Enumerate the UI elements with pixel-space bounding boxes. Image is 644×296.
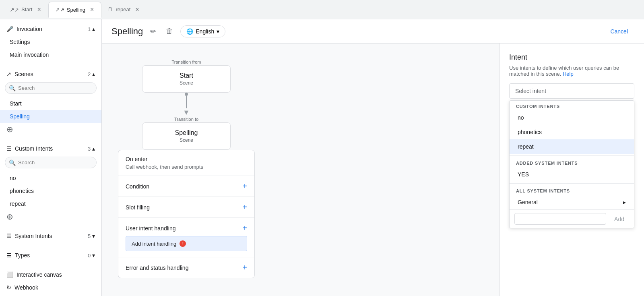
language-button[interactable]: 🌐 English ▾ [180, 25, 225, 37]
slot-filling-section[interactable]: Slot filling + [118, 197, 254, 218]
sidebar-item-settings[interactable]: Settings [0, 35, 101, 48]
edit-button[interactable]: ✏ [148, 25, 159, 38]
main-invocation-label: Main invocation [10, 52, 49, 58]
cancel-button[interactable]: Cancel [604, 25, 634, 38]
start-node-wrapper: Transition from Start Scene [142, 60, 231, 93]
spelling-node-title: Spelling [152, 129, 221, 137]
tab-spelling-close[interactable]: × [89, 6, 95, 14]
dropdown-item-repeat[interactable]: repeat [510, 139, 634, 154]
custom-intents-icon: ☰ [6, 145, 12, 152]
flow-container: Transition from Start Scene ▼ [118, 60, 255, 278]
dropdown-add-button[interactable]: Add [609, 213, 629, 225]
sidebar-custom-intents-header[interactable]: ☰ Custom Intents 3 ▴ [0, 142, 101, 155]
scenes-search: 🔍 [5, 82, 97, 94]
dropdown-footer: Add [510, 209, 634, 228]
invocation-label: Invocation [17, 26, 42, 32]
system-intents-group-label: ADDED SYSTEM INTENTS [510, 157, 634, 167]
sidebar-section-system-intents: ☰ System Intents 5 ▾ [0, 226, 101, 246]
page-title: Spelling [111, 26, 143, 37]
tab-start-close[interactable]: × [36, 6, 41, 14]
phonetics-label: phonetics [10, 188, 34, 194]
sidebar-nav-section: ⬜ Interactive canvas ↻ Webhook 🎨 Theme c… [0, 265, 101, 296]
system-intents-label: System Intents [15, 233, 52, 239]
tab-repeat-label: repeat [116, 6, 130, 12]
on-enter-section: On enter Call webhook, then send prompts [118, 150, 254, 176]
condition-section[interactable]: Condition + [118, 176, 254, 197]
scene-icon: ↗ [10, 6, 19, 13]
transition-from-label: Transition from [170, 60, 203, 64]
sidebar-item-start[interactable]: Start [0, 97, 101, 110]
condition-add-button[interactable]: + [242, 182, 247, 191]
custom-intents-count: 3 [88, 146, 91, 152]
dropdown-item-general[interactable]: General ▸ [510, 195, 634, 209]
scenes-count: 2 [88, 71, 91, 77]
sidebar-item-spelling[interactable]: Spelling [0, 110, 101, 123]
tab-spelling[interactable]: ↗ Spelling × [48, 2, 102, 18]
sidebar-item-phonetics[interactable]: phonetics [0, 184, 101, 197]
connector-dot [185, 93, 188, 96]
doc-icon: 🗒 [108, 6, 113, 12]
dropdown-divider-2 [510, 183, 634, 184]
intent-row[interactable]: Add intent handling ! [126, 236, 247, 251]
scene-panel-wrapper: On enter Call webhook, then send prompts… [118, 150, 255, 278]
settings-label: Settings [10, 39, 30, 45]
sidebar-types-header[interactable]: ☰ Types 0 ▾ [0, 249, 101, 262]
user-intent-add-button[interactable]: + [242, 224, 247, 233]
spelling-node[interactable]: Spelling Scene [142, 122, 231, 150]
types-icon: ☰ [6, 252, 12, 259]
scene-panel: On enter Call webhook, then send prompts… [118, 150, 255, 278]
error-add-button[interactable]: + [242, 263, 247, 272]
tab-repeat-close[interactable]: × [134, 6, 140, 14]
sidebar-section-invocation: 🎤 Invocation 1 ▴ Settings Main invocatio… [0, 19, 101, 64]
intent-panel-title: Intent [509, 53, 634, 62]
tab-bar: ↗ Start × ↗ Spelling × 🗒 repeat × [0, 0, 644, 19]
sidebar-item-interactive-canvas[interactable]: ⬜ Interactive canvas [0, 268, 101, 281]
start-node[interactable]: Start Scene [142, 65, 231, 93]
dropdown-search-input[interactable] [514, 213, 606, 225]
help-link[interactable]: Help [563, 71, 574, 77]
on-enter-title: On enter [126, 156, 203, 162]
sidebar-custom-intents-add[interactable]: ⊕ [0, 210, 101, 223]
slot-filling-title: Slot filling [126, 204, 150, 211]
sidebar-invocation-header[interactable]: 🎤 Invocation 1 ▴ [0, 23, 101, 35]
custom-intents-chevron: ▴ [92, 145, 95, 152]
sidebar-item-theme-customization[interactable]: 🎨 Theme customization [0, 294, 101, 296]
custom-intents-add-icon: ⊕ [6, 212, 13, 221]
slot-filling-add-button[interactable]: + [242, 203, 247, 212]
start-label: Start [10, 100, 22, 107]
user-intent-title: User intent handling [126, 225, 176, 232]
dropdown-item-phonetics[interactable]: phonetics [510, 125, 634, 139]
scenes-search-input[interactable] [5, 82, 97, 94]
tab-spelling-label: Spelling [67, 7, 85, 13]
sidebar-item-repeat[interactable]: repeat [0, 197, 101, 210]
delete-button[interactable]: 🗑 [163, 25, 175, 38]
tab-repeat[interactable]: 🗒 repeat × [101, 2, 146, 18]
spelling-node-wrapper: Transition to Spelling Scene [142, 117, 231, 150]
condition-title: Condition [126, 183, 149, 190]
sidebar-item-webhook[interactable]: ↻ Webhook [0, 281, 101, 294]
custom-intents-search-icon: 🔍 [9, 159, 16, 166]
tab-start[interactable]: ↗ Start × [3, 2, 48, 18]
flow-connector: ▼ [183, 93, 190, 117]
edit-icon: ✏ [150, 27, 156, 36]
start-node-subtitle: Scene [152, 80, 221, 86]
error-indicator: ! [180, 240, 186, 247]
sidebar-section-custom-intents: ☰ Custom Intents 3 ▴ 🔍 no phonetic [0, 139, 101, 226]
language-chevron: ▾ [217, 28, 219, 35]
sidebar-system-intents-header[interactable]: ☰ System Intents 5 ▾ [0, 230, 101, 242]
intent-select-trigger[interactable]: Select intent [509, 83, 634, 99]
dropdown-item-no[interactable]: no [510, 110, 634, 125]
dropdown-item-yes[interactable]: YES [510, 167, 634, 182]
start-node-title: Start [152, 72, 221, 79]
sidebar-scenes-add[interactable]: ⊕ [0, 123, 101, 136]
sidebar-item-no[interactable]: no [0, 172, 101, 184]
transition-to-label: Transition to [173, 117, 200, 122]
error-section[interactable]: Error and status handling + [118, 257, 254, 278]
invocation-count: 1 [88, 26, 91, 32]
system-intents-count: 5 [88, 233, 91, 239]
no-label: no [10, 175, 16, 181]
sidebar-item-main-invocation[interactable]: Main invocation [0, 48, 101, 61]
sidebar-scenes-header[interactable]: ↗ Scenes 2 ▴ [0, 68, 101, 81]
scenes-label: Scenes [14, 71, 33, 77]
custom-intents-search-input[interactable] [5, 157, 97, 168]
